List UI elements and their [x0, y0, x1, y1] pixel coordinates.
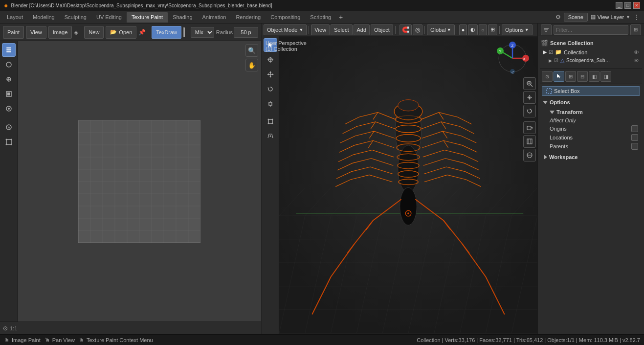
maximize-button[interactable]: □	[624, 2, 631, 9]
tool-icon-3[interactable]: ⊞	[565, 71, 576, 82]
object-name-label: Scolopendra_Subspinipe	[566, 58, 610, 63]
filter-icon-button[interactable]	[541, 24, 552, 35]
svg-point-15	[10, 139, 12, 140]
locations-checkbox[interactable]	[631, 134, 638, 141]
tab-layout[interactable]: Layout	[2, 12, 28, 23]
image-menu-button[interactable]: Image	[48, 26, 72, 39]
snap-icon-button[interactable]: 🧲	[400, 24, 412, 35]
parents-checkbox[interactable]	[631, 143, 638, 150]
viewport-main[interactable]: User Perspective (1) Collection X Y	[262, 36, 537, 334]
object-menu-button[interactable]: Object	[371, 24, 393, 35]
transform-tool-button[interactable]	[2, 135, 16, 149]
options-section: Options Transform Affect Only Origins	[540, 98, 642, 151]
add-menu-button[interactable]: Add	[354, 24, 370, 35]
vp-sep-1	[309, 26, 309, 34]
tab-compositing[interactable]: Compositing	[266, 12, 305, 23]
draw-tool-button[interactable]	[2, 43, 16, 57]
window-controls[interactable]: _ □ ✕	[616, 2, 640, 9]
add-workspace-button[interactable]: +	[336, 12, 346, 22]
transform-all-button[interactable]	[264, 115, 277, 128]
clone-tool-button[interactable]	[2, 72, 16, 86]
color-swatch[interactable]	[183, 27, 185, 37]
scene-collection-header: 🎬 Scene Collection	[541, 38, 641, 48]
tab-shading[interactable]: Shading	[168, 12, 197, 23]
view-menu-button-vp[interactable]: View	[311, 24, 330, 35]
tab-uv-editing[interactable]: UV Editing	[91, 12, 127, 23]
tab-animation[interactable]: Animation	[198, 12, 231, 23]
options-section-header[interactable]: Options	[540, 98, 642, 107]
tool-select-btn[interactable]	[554, 71, 564, 82]
tab-modeling[interactable]: Modeling	[28, 12, 60, 23]
annotate-vp-button[interactable]	[264, 129, 277, 143]
tab-texture-paint[interactable]: Texture Paint	[127, 12, 168, 23]
origins-checkbox[interactable]	[631, 125, 638, 132]
zoom-icon-button[interactable]: 🔍	[245, 44, 258, 57]
pin-icon: 📌	[138, 29, 146, 36]
paint-menu-button[interactable]: Paint	[3, 26, 24, 39]
more-options-icon[interactable]: ⋮	[633, 13, 640, 21]
render-preview-icon[interactable]	[523, 135, 536, 148]
minimize-button[interactable]: _	[616, 2, 622, 9]
tool-icon-6[interactable]: ◨	[600, 71, 611, 82]
shading-material-button[interactable]: ◐	[468, 24, 478, 35]
tab-sculpting[interactable]: Sculpting	[60, 12, 91, 23]
pan-icon-button[interactable]: ✋	[245, 59, 258, 71]
object-visibility-icon[interactable]: 👁	[634, 58, 639, 64]
svg-point-97	[400, 187, 417, 225]
mask-tool-button[interactable]	[2, 102, 16, 115]
tool-icon-1[interactable]: ⊙	[542, 71, 553, 82]
tab-rendering[interactable]: Rendering	[231, 12, 266, 23]
overlays-button[interactable]: ⊞	[488, 24, 497, 35]
svg-rect-1	[6, 49, 11, 50]
view-menu-button[interactable]: View	[26, 26, 46, 39]
tool-icon-4[interactable]: ⊟	[577, 71, 588, 82]
shading-render-button[interactable]: ○	[479, 24, 487, 35]
pan-icon-vp	[526, 94, 533, 101]
select-menu-button[interactable]: Select	[331, 24, 353, 35]
view-layer-expand-icon: ▼	[626, 15, 630, 20]
new-button[interactable]: New	[84, 26, 104, 39]
scene-selector[interactable]: Scene	[564, 13, 588, 22]
camera-view-icon[interactable]	[523, 121, 536, 134]
shading-solid-button[interactable]: ●	[459, 24, 467, 35]
transform-icon	[5, 138, 12, 145]
tool-icon-5[interactable]: ◧	[589, 71, 600, 82]
close-button[interactable]: ✕	[633, 2, 640, 9]
brush-name-display[interactable]: TexDraw	[152, 26, 181, 39]
overlay-icon[interactable]	[523, 149, 536, 161]
scale-tool-button[interactable]	[264, 97, 277, 111]
view-layer-selector[interactable]: ▦ View Layer ▼	[591, 14, 630, 20]
svg-point-17	[10, 144, 12, 145]
mode-select-button[interactable]: Object Mode ▼	[264, 24, 307, 35]
visibility-icon[interactable]: 👁	[634, 49, 639, 55]
rotate-tool-button[interactable]	[264, 82, 277, 96]
smear-tool-button[interactable]	[2, 58, 16, 71]
pan-vp-icon[interactable]	[523, 91, 536, 104]
zoom-icon[interactable]	[523, 77, 536, 90]
expand-icon-object: ▶	[549, 58, 552, 63]
cursor-tool-button[interactable]	[264, 53, 277, 67]
uv-grid	[78, 120, 200, 243]
options-button[interactable]: Options ▼	[502, 24, 533, 35]
proportional-edit-button[interactable]: ◎	[413, 24, 422, 35]
annotate-tool-button[interactable]: A	[2, 120, 16, 134]
open-button[interactable]: 📂 Open	[106, 26, 136, 39]
vp-sep-5	[499, 26, 500, 34]
object-row[interactable]: ▶ ☑ △ Scolopendra_Subspinipe 👁	[541, 56, 641, 65]
blend-mode-select[interactable]: Mix	[191, 27, 214, 38]
move-tool-button[interactable]	[264, 68, 277, 81]
select-tool-button-vp[interactable]	[264, 38, 277, 52]
collection-row-main[interactable]: ▶ ☑ 📁 Collection 👁	[541, 48, 641, 56]
folder-icon: 📂	[110, 29, 117, 35]
transform-orient-button[interactable]: Global ▼	[427, 24, 455, 35]
outliner-search-input[interactable]	[554, 25, 628, 35]
fill-tool-button[interactable]	[2, 87, 16, 101]
radius-input[interactable]	[234, 27, 258, 38]
left-toolbar: Paint View Image ◈ New 📂 Open 📌 TexDraw …	[0, 23, 261, 41]
display-mode-button[interactable]: ⊞	[630, 24, 641, 35]
transform-header[interactable]: Transform	[540, 108, 642, 116]
main-area: Paint View Image ◈ New 📂 Open 📌 TexDraw …	[0, 23, 644, 334]
workspace-section-header[interactable]: Workspace	[541, 153, 641, 161]
tab-scripting[interactable]: Scripting	[305, 12, 336, 23]
orbit-icon[interactable]	[523, 105, 536, 117]
